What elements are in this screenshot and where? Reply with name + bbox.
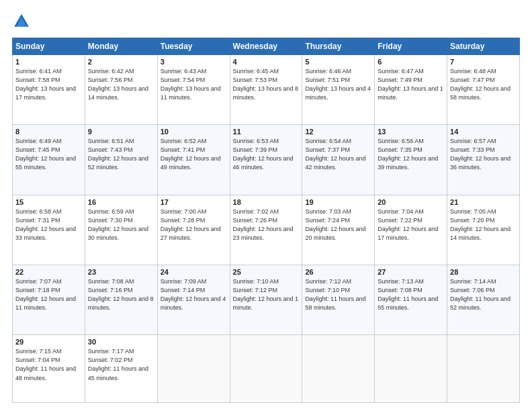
day-number: 14: [450, 128, 517, 136]
day-info: Sunrise: 6:46 AMSunset: 7:51 PMDaylight:…: [305, 68, 371, 101]
calendar-cell: [157, 335, 230, 403]
day-number: 30: [88, 338, 154, 346]
day-number: 25: [233, 268, 300, 276]
calendar-cell: 20 Sunrise: 7:04 AMSunset: 7:22 PMDaylig…: [375, 195, 447, 265]
day-info: Sunrise: 7:07 AMSunset: 7:18 PMDaylight:…: [15, 278, 76, 311]
page: SundayMondayTuesdayWednesdayThursdayFrid…: [0, 0, 532, 411]
weekday-header: Tuesday: [157, 38, 230, 55]
calendar-cell: 28 Sunrise: 7:14 AMSunset: 7:06 PMDaylig…: [447, 265, 520, 335]
logo-icon: [12, 12, 31, 31]
day-number: 6: [378, 58, 444, 66]
day-number: 23: [88, 268, 154, 276]
day-info: Sunrise: 6:59 AMSunset: 7:30 PMDaylight:…: [88, 208, 148, 241]
day-info: Sunrise: 6:51 AMSunset: 7:43 PMDaylight:…: [88, 138, 148, 171]
day-info: Sunrise: 7:10 AMSunset: 7:12 PMDaylight:…: [233, 278, 299, 311]
day-number: 18: [233, 198, 300, 206]
day-info: Sunrise: 7:17 AMSunset: 7:02 PMDaylight:…: [88, 348, 148, 381]
day-info: Sunrise: 6:42 AMSunset: 7:56 PMDaylight:…: [88, 68, 148, 101]
day-number: 1: [15, 58, 82, 66]
calendar-cell: 19 Sunrise: 7:03 AMSunset: 7:24 PMDaylig…: [302, 195, 375, 265]
day-info: Sunrise: 6:48 AMSunset: 7:47 PMDaylight:…: [450, 68, 511, 101]
weekday-header: Wednesday: [230, 38, 302, 55]
calendar-cell: [375, 335, 447, 403]
day-number: 13: [378, 128, 444, 136]
day-info: Sunrise: 6:58 AMSunset: 7:31 PMDaylight:…: [15, 208, 76, 241]
day-number: 10: [161, 128, 227, 136]
calendar: SundayMondayTuesdayWednesdayThursdayFrid…: [12, 38, 520, 403]
calendar-cell: 7 Sunrise: 6:48 AMSunset: 7:47 PMDayligh…: [447, 55, 520, 125]
calendar-cell: 1 Sunrise: 6:41 AMSunset: 7:58 PMDayligh…: [13, 55, 85, 125]
header: [12, 12, 520, 31]
day-info: Sunrise: 7:05 AMSunset: 7:20 PMDaylight:…: [450, 208, 511, 241]
day-number: 20: [378, 198, 444, 206]
day-number: 28: [450, 268, 517, 276]
calendar-cell: 21 Sunrise: 7:05 AMSunset: 7:20 PMDaylig…: [447, 195, 520, 265]
day-number: 19: [305, 198, 371, 206]
calendar-cell: 30 Sunrise: 7:17 AMSunset: 7:02 PMDaylig…: [85, 335, 157, 403]
calendar-cell: 11 Sunrise: 6:53 AMSunset: 7:39 PMDaylig…: [230, 125, 302, 195]
day-info: Sunrise: 6:43 AMSunset: 7:54 PMDaylight:…: [161, 68, 221, 101]
calendar-cell: 14 Sunrise: 6:57 AMSunset: 7:33 PMDaylig…: [447, 125, 520, 195]
weekday-header: Thursday: [302, 38, 375, 55]
day-number: 24: [161, 268, 227, 276]
day-info: Sunrise: 6:45 AMSunset: 7:53 PMDaylight:…: [233, 68, 299, 101]
day-number: 3: [161, 58, 227, 66]
day-number: 29: [15, 338, 82, 346]
day-number: 12: [305, 128, 371, 136]
day-info: Sunrise: 6:57 AMSunset: 7:33 PMDaylight:…: [450, 138, 511, 171]
calendar-cell: 27 Sunrise: 7:13 AMSunset: 7:08 PMDaylig…: [375, 265, 447, 335]
calendar-cell: 4 Sunrise: 6:45 AMSunset: 7:53 PMDayligh…: [230, 55, 302, 125]
day-info: Sunrise: 7:08 AMSunset: 7:16 PMDaylight:…: [88, 278, 154, 311]
day-number: 5: [305, 58, 371, 66]
day-info: Sunrise: 7:02 AMSunset: 7:26 PMDaylight:…: [233, 208, 294, 241]
day-number: 11: [233, 128, 300, 136]
day-info: Sunrise: 7:12 AMSunset: 7:10 PMDaylight:…: [305, 278, 365, 311]
day-number: 27: [378, 268, 444, 276]
weekday-header: Friday: [375, 38, 447, 55]
calendar-cell: 17 Sunrise: 7:00 AMSunset: 7:28 PMDaylig…: [157, 195, 230, 265]
day-number: 9: [88, 128, 154, 136]
day-info: Sunrise: 7:04 AMSunset: 7:22 PMDaylight:…: [378, 208, 438, 241]
day-number: 21: [450, 198, 517, 206]
day-info: Sunrise: 7:14 AMSunset: 7:06 PMDaylight:…: [450, 278, 511, 311]
day-number: 8: [15, 128, 82, 136]
calendar-cell: 9 Sunrise: 6:51 AMSunset: 7:43 PMDayligh…: [85, 125, 157, 195]
calendar-cell: 24 Sunrise: 7:09 AMSunset: 7:14 PMDaylig…: [157, 265, 230, 335]
day-number: 4: [233, 58, 300, 66]
calendar-cell: 23 Sunrise: 7:08 AMSunset: 7:16 PMDaylig…: [85, 265, 157, 335]
calendar-cell: 29 Sunrise: 7:15 AMSunset: 7:04 PMDaylig…: [13, 335, 85, 403]
calendar-cell: 8 Sunrise: 6:49 AMSunset: 7:45 PMDayligh…: [13, 125, 85, 195]
calendar-cell: 25 Sunrise: 7:10 AMSunset: 7:12 PMDaylig…: [230, 265, 302, 335]
calendar-cell: 16 Sunrise: 6:59 AMSunset: 7:30 PMDaylig…: [85, 195, 157, 265]
day-info: Sunrise: 7:03 AMSunset: 7:24 PMDaylight:…: [305, 208, 365, 241]
day-number: 2: [88, 58, 154, 66]
day-info: Sunrise: 6:56 AMSunset: 7:35 PMDaylight:…: [378, 138, 438, 171]
calendar-cell: 26 Sunrise: 7:12 AMSunset: 7:10 PMDaylig…: [302, 265, 375, 335]
calendar-cell: 22 Sunrise: 7:07 AMSunset: 7:18 PMDaylig…: [13, 265, 85, 335]
calendar-cell: 15 Sunrise: 6:58 AMSunset: 7:31 PMDaylig…: [13, 195, 85, 265]
day-number: 16: [88, 198, 154, 206]
day-info: Sunrise: 6:41 AMSunset: 7:58 PMDaylight:…: [15, 68, 76, 101]
day-info: Sunrise: 6:49 AMSunset: 7:45 PMDaylight:…: [15, 138, 76, 171]
day-info: Sunrise: 6:52 AMSunset: 7:41 PMDaylight:…: [161, 138, 221, 171]
day-info: Sunrise: 6:53 AMSunset: 7:39 PMDaylight:…: [233, 138, 294, 171]
day-number: 15: [15, 198, 82, 206]
day-number: 22: [15, 268, 82, 276]
calendar-cell: [447, 335, 520, 403]
calendar-cell: 12 Sunrise: 6:54 AMSunset: 7:37 PMDaylig…: [302, 125, 375, 195]
calendar-cell: 13 Sunrise: 6:56 AMSunset: 7:35 PMDaylig…: [375, 125, 447, 195]
day-info: Sunrise: 7:13 AMSunset: 7:08 PMDaylight:…: [378, 278, 438, 311]
calendar-cell: [302, 335, 375, 403]
weekday-header: Saturday: [447, 38, 520, 55]
weekday-header: Sunday: [13, 38, 85, 55]
calendar-cell: [230, 335, 302, 403]
calendar-cell: 5 Sunrise: 6:46 AMSunset: 7:51 PMDayligh…: [302, 55, 375, 125]
day-info: Sunrise: 7:09 AMSunset: 7:14 PMDaylight:…: [161, 278, 226, 311]
day-number: 26: [305, 268, 371, 276]
calendar-cell: 3 Sunrise: 6:43 AMSunset: 7:54 PMDayligh…: [157, 55, 230, 125]
calendar-cell: 18 Sunrise: 7:02 AMSunset: 7:26 PMDaylig…: [230, 195, 302, 265]
calendar-cell: 6 Sunrise: 6:47 AMSunset: 7:49 PMDayligh…: [375, 55, 447, 125]
day-info: Sunrise: 6:54 AMSunset: 7:37 PMDaylight:…: [305, 138, 365, 171]
logo: [12, 12, 34, 31]
day-info: Sunrise: 7:00 AMSunset: 7:28 PMDaylight:…: [161, 208, 221, 241]
